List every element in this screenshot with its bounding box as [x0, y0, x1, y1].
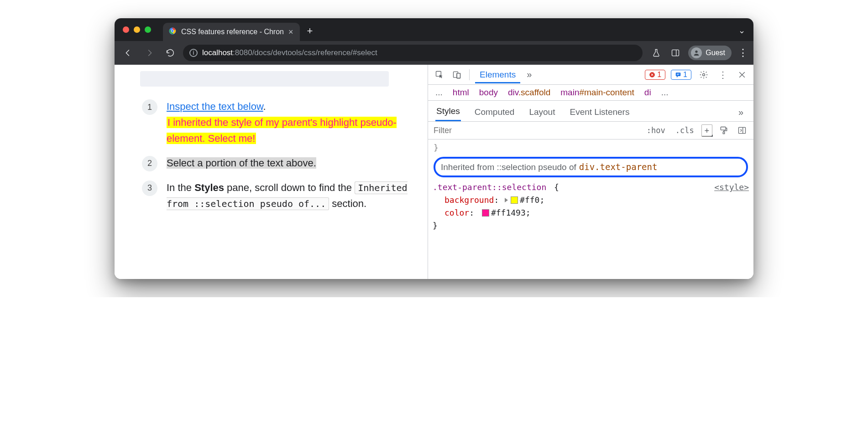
errors-badge[interactable]: 1	[645, 70, 665, 80]
step-body: Inspect the text below. I inherited the …	[167, 98, 409, 147]
highlight-text[interactable]: I inherited the style of my parent's hig…	[167, 117, 397, 144]
step-body: Select a portion of the text above.	[167, 155, 409, 171]
breadcrumb-ellipsis[interactable]: ...	[435, 88, 443, 98]
breadcrumb-scaffold[interactable]: div.scaffold	[508, 88, 550, 98]
forward-button[interactable]	[141, 45, 157, 61]
svg-rect-15	[739, 127, 746, 133]
rule-close-brace: }	[433, 219, 749, 232]
step3-bold: Styles	[194, 182, 224, 193]
new-tab-button[interactable]: +	[307, 25, 313, 37]
subtabs-more-icon[interactable]: »	[736, 107, 746, 118]
svg-rect-8	[457, 73, 460, 78]
hov-toggle[interactable]: :hov	[644, 125, 668, 136]
new-rule-button[interactable]: +	[701, 124, 712, 137]
step-number: 3	[142, 181, 157, 196]
svg-point-5	[695, 51, 698, 53]
step1-dot: .	[263, 101, 266, 112]
inspect-element-icon[interactable]	[433, 68, 446, 82]
window-minimize-button[interactable]	[134, 26, 140, 33]
step2-text: Select a portion of the text above.	[167, 157, 316, 169]
content-area: 1 Inspect the text below. I inherited th…	[115, 65, 753, 279]
toolbar: i localhost:8080/docs/devtools/css/refer…	[115, 41, 753, 65]
styles-body: } Inherited from ::selection pseudo of d…	[428, 139, 753, 237]
window-maximize-button[interactable]	[145, 26, 151, 33]
settings-icon[interactable]	[697, 68, 711, 82]
address-bar[interactable]: i localhost:8080/docs/devtools/css/refer…	[183, 45, 643, 61]
reload-button[interactable]	[162, 45, 178, 61]
breadcrumb-ellipsis-end[interactable]: ...	[661, 88, 669, 98]
breadcrumb-body[interactable]: body	[479, 88, 498, 98]
step3-d: section.	[329, 198, 366, 209]
styles-toolbar: :hov .cls +	[428, 122, 753, 139]
tab-elements[interactable]: Elements	[475, 66, 520, 83]
breadcrumb-html[interactable]: html	[453, 88, 469, 98]
tab-close-icon[interactable]: ×	[288, 28, 293, 36]
devtools-panel: Elements » 1 1 ⋮	[428, 65, 753, 279]
chrome-icon	[168, 27, 177, 37]
subtab-computed[interactable]: Computed	[474, 104, 516, 121]
errors-count: 1	[657, 71, 661, 79]
browser-window: CSS features reference - Chron × + ⌄ i l…	[115, 18, 753, 279]
chrome-menu-icon[interactable]: ⋮	[738, 47, 748, 59]
profile-label: Guest	[706, 49, 725, 57]
svg-rect-14	[723, 132, 724, 134]
labs-icon[interactable]	[650, 46, 663, 59]
tabs-overflow-icon[interactable]: ⌄	[738, 26, 745, 36]
inspect-link[interactable]: Inspect the text below	[167, 101, 263, 112]
prop-color[interactable]: color: #ff1493;	[433, 207, 749, 219]
sidepanel-icon[interactable]	[669, 46, 682, 59]
svg-rect-13	[721, 127, 726, 130]
styles-subtabs: Styles Computed Layout Event Listeners »	[428, 101, 753, 122]
step3-c: pane, scroll down to find the	[224, 182, 355, 193]
step-3: 3 In the Styles pane, scroll down to fin…	[142, 180, 409, 212]
toolbar-right: Guest ⋮	[650, 46, 748, 60]
titlebar: CSS features reference - Chron × + ⌄	[115, 18, 753, 41]
messages-count: 1	[683, 71, 687, 79]
rule-source-link[interactable]: <style>	[714, 181, 749, 194]
prop-background[interactable]: background: #ff0;	[433, 194, 749, 207]
devtools-close-icon[interactable]	[735, 68, 749, 82]
rule-selector[interactable]: .text-parent::selection {	[433, 181, 559, 194]
step-1: 1 Inspect the text below. I inherited th…	[142, 98, 409, 147]
prev-rule-close: }	[434, 141, 749, 154]
step-2: 2 Select a portion of the text above.	[142, 155, 409, 171]
page-viewport: 1 Inspect the text below. I inherited th…	[115, 65, 428, 279]
styles-filter-input[interactable]	[433, 124, 639, 137]
inherited-section-header[interactable]: Inherited from ::selection pseudo of div…	[434, 157, 748, 177]
step-body: In the Styles pane, scroll down to find …	[167, 180, 409, 212]
svg-rect-11	[676, 72, 681, 76]
devtools-menu-icon[interactable]: ⋮	[716, 68, 730, 82]
step-number: 1	[142, 99, 157, 115]
url-path: :8080/docs/devtools/css/reference/#selec…	[233, 48, 377, 57]
url-host: localhost	[202, 48, 233, 57]
svg-rect-4	[672, 50, 679, 56]
breadcrumb-main[interactable]: main#main-content	[560, 88, 634, 98]
device-toolbar-icon[interactable]	[450, 68, 464, 82]
browser-tab[interactable]: CSS features reference - Chron ×	[163, 23, 300, 41]
svg-point-3	[172, 30, 174, 32]
tabs-more-icon[interactable]: »	[524, 69, 534, 80]
subtab-layout[interactable]: Layout	[528, 104, 556, 121]
back-button[interactable]	[120, 45, 136, 61]
val-color: #ff1493	[491, 208, 526, 217]
color-swatch-yellow[interactable]	[511, 196, 518, 204]
cls-toggle[interactable]: .cls	[673, 125, 697, 136]
val-background: #ff0	[520, 195, 539, 205]
messages-badge[interactable]: 1	[671, 70, 691, 80]
profile-badge[interactable]: Guest	[688, 46, 732, 60]
computed-sidebar-icon[interactable]	[735, 124, 749, 137]
window-close-button[interactable]	[123, 26, 129, 33]
page-banner	[140, 71, 389, 87]
breadcrumb-truncated[interactable]: di	[644, 88, 651, 98]
expand-icon[interactable]	[505, 198, 508, 202]
tab-title: CSS features reference - Chron	[181, 28, 284, 36]
paint-icon[interactable]	[717, 124, 731, 137]
devtools-topbar: Elements » 1 1 ⋮	[428, 65, 753, 85]
site-info-icon[interactable]: i	[189, 49, 198, 57]
url-text: localhost:8080/docs/devtools/css/referen…	[202, 48, 377, 57]
traffic-lights	[123, 26, 151, 33]
inherited-prefix: Inherited from ::selection pseudo of	[441, 160, 576, 174]
color-swatch-pink[interactable]	[482, 209, 489, 217]
subtab-event-listeners[interactable]: Event Listeners	[569, 104, 630, 121]
subtab-styles[interactable]: Styles	[435, 103, 461, 121]
